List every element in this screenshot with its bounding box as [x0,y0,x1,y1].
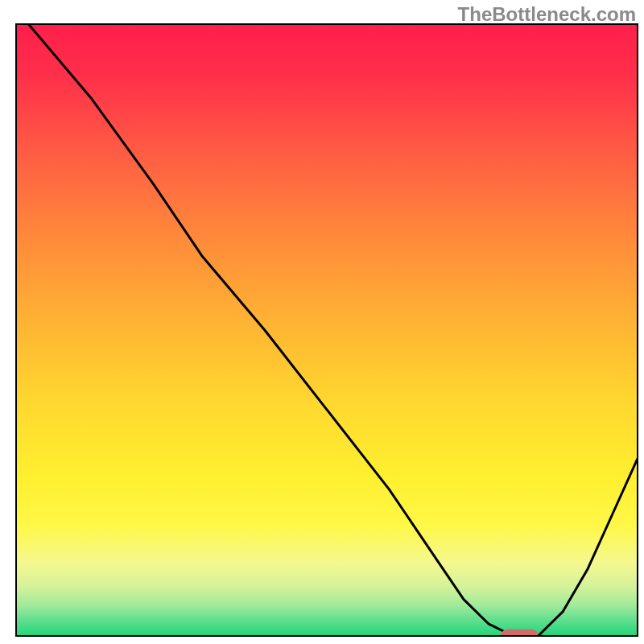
chart-svg [0,0,644,644]
bottleneck-chart: TheBottleneck.com [0,0,644,644]
gradient-background [16,24,638,636]
watermark-text: TheBottleneck.com [458,3,636,26]
